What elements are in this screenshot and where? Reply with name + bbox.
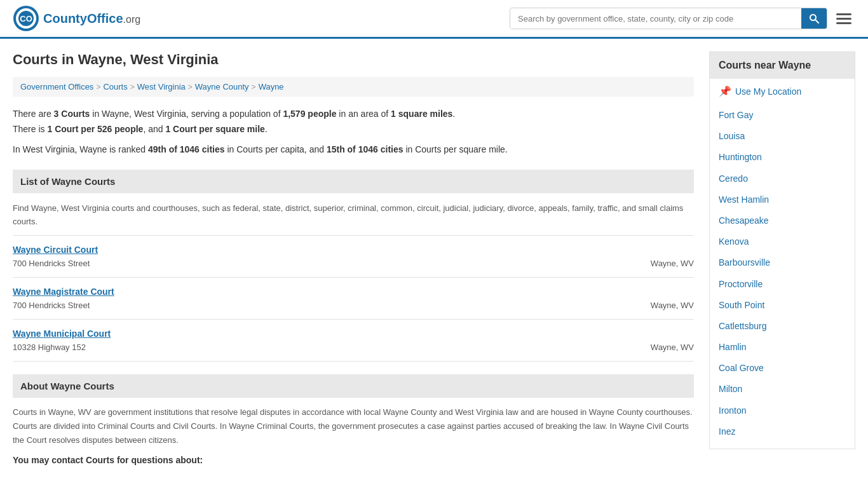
contact-title: You may contact Courts for questions abo…: [13, 455, 694, 465]
sidebar: Courts near Wayne 📌 Use My Location Fort…: [709, 51, 855, 465]
nearby-city-link[interactable]: Proctorville: [719, 274, 846, 295]
menu-icon: [836, 13, 851, 15]
breadcrumb-link-gov[interactable]: Government Offices: [20, 82, 93, 92]
breadcrumb-link-courts[interactable]: Courts: [103, 82, 127, 92]
breadcrumb-sep: >: [96, 83, 100, 92]
court-address: 10328 Highway 152: [13, 342, 86, 352]
info-block: There are 3 Courts in Wayne, West Virgin…: [13, 107, 694, 157]
nearby-city-link[interactable]: Milton: [719, 379, 846, 400]
nearby-city-link[interactable]: Coal Grove: [719, 358, 846, 379]
logo-text: CountyOffice.org: [43, 11, 140, 26]
court-item: Wayne Circuit Court 700 Hendricks Street…: [13, 236, 694, 278]
nearby-city-link[interactable]: Huntington: [719, 147, 846, 168]
sidebar-box: Courts near Wayne 📌 Use My Location Fort…: [709, 51, 855, 449]
sidebar-content: 📌 Use My Location Fort GayLouisaHuntingt…: [710, 79, 855, 449]
court-item: Wayne Municipal Court 10328 Highway 152 …: [13, 320, 694, 362]
nearby-city-link[interactable]: Louisa: [719, 126, 846, 147]
breadcrumb: Government Offices > Courts > West Virgi…: [13, 77, 694, 97]
list-section-desc: Find Wayne, West Virginia courts and cou…: [13, 193, 694, 236]
search-icon: [809, 13, 819, 24]
breadcrumb-sep: >: [252, 83, 256, 92]
nearby-city-link[interactable]: Fort Gay: [719, 105, 846, 126]
use-location-label: Use My Location: [735, 86, 801, 97]
breadcrumb-sep: >: [188, 83, 193, 92]
nearby-city-link[interactable]: Inez: [719, 421, 846, 442]
breadcrumb-link-county[interactable]: Wayne County: [195, 82, 249, 92]
court-citystate: Wayne, WV: [651, 301, 694, 310]
use-location-link[interactable]: 📌 Use My Location: [719, 85, 846, 97]
nearby-city-link[interactable]: Barboursville: [719, 252, 846, 273]
header-right: [510, 8, 855, 29]
nearby-city-link[interactable]: West Hamlin: [719, 189, 846, 210]
nearby-city-link[interactable]: Catlettsburg: [719, 316, 846, 337]
court-name-magistrate[interactable]: Wayne Magistrate Court: [13, 287, 114, 297]
page-title: Courts in Wayne, West Virginia: [13, 51, 694, 68]
court-item: Wayne Magistrate Court 700 Hendricks Str…: [13, 278, 694, 320]
about-section: About Wayne Courts Courts in Wayne, WV a…: [13, 374, 694, 465]
nearby-city-link[interactable]: Kenova: [719, 231, 846, 252]
about-text: Courts in Wayne, WV are government insti…: [13, 405, 694, 447]
logo-area: CO CountyOffice.org: [13, 5, 140, 32]
svg-line-5: [815, 20, 818, 23]
nearby-list: Fort GayLouisaHuntingtonCeredoWest Hamli…: [719, 105, 846, 442]
court-name-circuit[interactable]: Wayne Circuit Court: [13, 245, 98, 255]
content-area: Courts in Wayne, West Virginia Governmen…: [13, 51, 694, 465]
main-wrapper: Courts in Wayne, West Virginia Governmen…: [0, 39, 868, 478]
court-citystate: Wayne, WV: [651, 342, 694, 352]
svg-text:CO: CO: [20, 14, 32, 24]
court-address: 700 Hendricks Street: [13, 259, 90, 268]
sidebar-title: Courts near Wayne: [710, 52, 855, 79]
logo-icon: CO: [13, 5, 39, 32]
court-details: 10328 Highway 152 Wayne, WV: [13, 342, 694, 352]
list-section-header: List of Wayne Courts: [13, 170, 694, 193]
search-button[interactable]: [801, 8, 827, 29]
breadcrumb-link-wv[interactable]: West Virginia: [137, 82, 186, 92]
location-pin-icon: 📌: [719, 85, 731, 97]
menu-icon: [836, 22, 851, 24]
court-citystate: Wayne, WV: [651, 259, 694, 268]
nearby-city-link[interactable]: Chesapeake: [719, 210, 846, 231]
nearby-city-link[interactable]: Ceredo: [719, 168, 846, 189]
nearby-city-link[interactable]: Ironton: [719, 400, 846, 421]
search-bar: [510, 8, 827, 29]
court-details: 700 Hendricks Street Wayne, WV: [13, 259, 694, 268]
breadcrumb-link-wayne[interactable]: Wayne: [259, 82, 284, 92]
about-header: About Wayne Courts: [13, 374, 694, 398]
nearby-city-link[interactable]: South Point: [719, 295, 846, 316]
search-input[interactable]: [510, 9, 801, 29]
list-section: List of Wayne Courts Find Wayne, West Vi…: [13, 170, 694, 362]
header: CO CountyOffice.org: [0, 0, 868, 39]
court-name-municipal[interactable]: Wayne Municipal Court: [13, 329, 111, 339]
menu-button[interactable]: [832, 10, 855, 28]
court-address: 700 Hendricks Street: [13, 301, 90, 310]
breadcrumb-sep: >: [130, 83, 135, 92]
nearby-city-link[interactable]: Hamlin: [719, 337, 846, 358]
court-details: 700 Hendricks Street Wayne, WV: [13, 301, 694, 310]
menu-icon: [836, 18, 851, 20]
